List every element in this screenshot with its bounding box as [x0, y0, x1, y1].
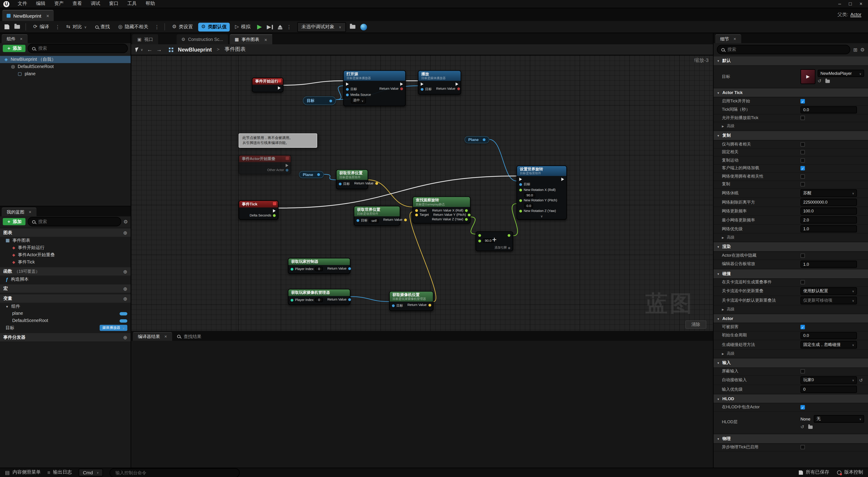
chevron-down-icon[interactable]: ∨: [141, 48, 143, 52]
browse-asset-button[interactable]: [13, 25, 21, 29]
node-open-source[interactable]: 打开源目标是媒体播放器目标Return ValueMedia Source选中∨: [343, 70, 406, 106]
add-icon[interactable]: ⊕: [123, 269, 127, 274]
list-item[interactable]: ◆事件Tick: [0, 258, 131, 266]
tab-编译器结果[interactable]: 编译器结果×: [133, 332, 172, 341]
pin-Delta Seconds[interactable]: Delta Seconds: [250, 214, 276, 217]
collapse-icon[interactable]: ▼: [717, 317, 719, 320]
node-header[interactable]: 事件开始运行: [252, 78, 283, 85]
hide-unrelated-button[interactable]: ◎隐藏不相关: [116, 22, 151, 31]
text-field[interactable]: 100.0: [800, 208, 857, 215]
checkbox[interactable]: [800, 182, 805, 187]
node-header[interactable]: 获取世界位置目标是场景组件: [354, 206, 400, 217]
frame-skip-button[interactable]: ▶: [266, 24, 274, 30]
component-tree-item[interactable]: ◈NewBlueprint （自我）: [0, 56, 131, 63]
variable-node-Plane[interactable]: Plane: [465, 136, 489, 143]
pin-Return Value[interactable]: Return Value: [436, 87, 460, 90]
component-tree-item[interactable]: ◎DefaultSceneRoot: [0, 63, 131, 70]
variable-type-pill[interactable]: [120, 312, 127, 315]
pin[interactable]: [286, 164, 288, 167]
pin[interactable]: [478, 234, 481, 237]
menu-item[interactable]: 帮助: [142, 0, 159, 8]
pin-Target[interactable]: Target: [415, 213, 429, 217]
node-header[interactable]: 获取玩家控制器: [288, 258, 350, 265]
node-header[interactable]: 获取摄像机位置目标是玩家摄像机管理器: [390, 292, 433, 302]
dropdown[interactable]: 无∨: [814, 415, 864, 423]
breadcrumb-current[interactable]: 事件图表: [224, 46, 246, 53]
category-HLOD[interactable]: ▼HLOD: [714, 394, 868, 404]
add-component-button[interactable]: ＋添加: [3, 45, 25, 52]
variable-node-目标[interactable]: 目标: [303, 96, 336, 105]
node-set-world-rotation[interactable]: 设置世界旋转目标是场景组件目标New Rotation X (Roll)90.0…: [517, 165, 567, 220]
category-渲染[interactable]: ▼渲染: [714, 242, 868, 252]
node-event-begin-play[interactable]: 事件开始运行: [252, 77, 283, 92]
section-header[interactable]: 变量⊕: [0, 294, 131, 303]
close-icon[interactable]: ×: [20, 37, 22, 41]
dropdown[interactable]: 玩家0∨: [800, 376, 857, 384]
node-header[interactable]: 打开源目标是媒体播放器: [344, 71, 405, 81]
revision-control-button[interactable]: 版本控制: [837, 469, 863, 476]
collapse-icon[interactable]: ▼: [717, 361, 719, 364]
pin-New Rotation Z (Yaw)[interactable]: New Rotation Z (Yaw): [519, 210, 556, 213]
advanced-expander[interactable]: ▶高级: [714, 306, 868, 314]
node-get-camera-location[interactable]: 获取摄像机位置目标是玩家摄像机管理器目标Return Value: [389, 291, 434, 311]
maximize-icon[interactable]: □: [849, 1, 852, 6]
category-输入[interactable]: ▼输入: [714, 358, 868, 368]
menu-item[interactable]: 工具: [123, 0, 141, 8]
node-add-float[interactable]: ＋90.0添加引脚⊕: [475, 231, 513, 251]
checkbox[interactable]: ✓: [800, 99, 805, 103]
compile-button[interactable]: ⟳编译: [31, 22, 52, 31]
compile-options-icon[interactable]: ⋮: [55, 24, 61, 30]
dropdown[interactable]: 苏醒∨: [800, 189, 857, 197]
collapse-icon[interactable]: ▼: [717, 437, 719, 440]
pin-目标[interactable]: 目标: [519, 182, 530, 187]
class-settings-button[interactable]: ⚙类设置: [169, 22, 196, 31]
checkbox[interactable]: ✓: [800, 405, 805, 409]
node-get-world-location-self[interactable]: 获取世界位置目标是场景组件目标selfReturn Value: [354, 206, 400, 226]
play-options-icon[interactable]: ⋮: [286, 24, 292, 30]
collapse-icon[interactable]: ▼: [717, 91, 719, 94]
category-Actor Tick[interactable]: ▼Actor Tick: [714, 88, 868, 97]
text-field[interactable]: 0: [800, 386, 857, 393]
pin-目标[interactable]: 目标: [339, 182, 350, 187]
variable-type-pill[interactable]: [120, 319, 127, 322]
parent-class-link[interactable]: Actor: [850, 11, 862, 18]
node-header[interactable]: 事件Actor开始重叠: [239, 155, 291, 162]
pin-value-field[interactable]: 0: [315, 298, 323, 302]
checkbox[interactable]: [800, 280, 805, 285]
node-event-actor-overlap[interactable]: 事件Actor开始重叠Other Actor: [239, 155, 291, 174]
pin-目标[interactable]: 目标: [346, 87, 357, 92]
advanced-expander[interactable]: ▶高级: [714, 350, 868, 358]
node-header[interactable]: 设置世界旋转目标是场景组件: [517, 166, 566, 176]
pin[interactable]: [421, 83, 423, 86]
variable-type-pill[interactable]: 媒体播放器∨: [99, 325, 127, 331]
data-pin-icon[interactable]: [329, 99, 332, 102]
tab-Construction Sc...[interactable]: ⚙Construction Sc...: [176, 34, 228, 44]
checkbox[interactable]: [800, 369, 805, 374]
menu-item[interactable]: 资产: [51, 0, 68, 8]
text-field[interactable]: 225000000.0: [800, 199, 857, 206]
add-icon[interactable]: ⊕: [123, 335, 127, 340]
my-blueprint-search-input[interactable]: 搜索: [28, 217, 121, 226]
asset-thumbnail[interactable]: ▶: [800, 69, 815, 84]
close-icon[interactable]: ×: [860, 1, 863, 6]
browse-icon[interactable]: [825, 79, 830, 83]
close-icon[interactable]: ×: [734, 37, 736, 41]
menu-item[interactable]: 查看: [69, 0, 86, 8]
pin-Other Actor[interactable]: Other Actor: [267, 168, 288, 172]
debug-object-dropdown[interactable]: 未选中调试对象∨: [297, 22, 346, 32]
pin-Return Value[interactable]: Return Value: [327, 267, 351, 270]
menu-item[interactable]: 窗口: [105, 0, 122, 8]
pin[interactable]: [456, 83, 458, 86]
save-button[interactable]: [3, 24, 11, 29]
pin-Return Value Z (Yaw)[interactable]: Return Value Z (Yaw): [432, 218, 468, 221]
components-search-input[interactable]: 搜索: [28, 43, 128, 53]
advanced-expander[interactable]: ▶高级: [714, 122, 868, 131]
collapse-icon[interactable]: ▼: [717, 245, 719, 249]
list-item[interactable]: 目标媒体播放器∨: [0, 324, 131, 331]
checkbox[interactable]: ✓: [800, 325, 805, 329]
details-search-input[interactable]: 搜索: [717, 45, 850, 54]
component-tree-item[interactable]: ▢plane: [0, 70, 131, 77]
gear-icon[interactable]: ⚙: [860, 47, 865, 52]
add-icon[interactable]: ⊕: [123, 230, 127, 235]
node-find-look-at-rotation[interactable]: 查找观察旋转目标是Gameplay静态StartReturn Value X (…: [412, 196, 470, 224]
